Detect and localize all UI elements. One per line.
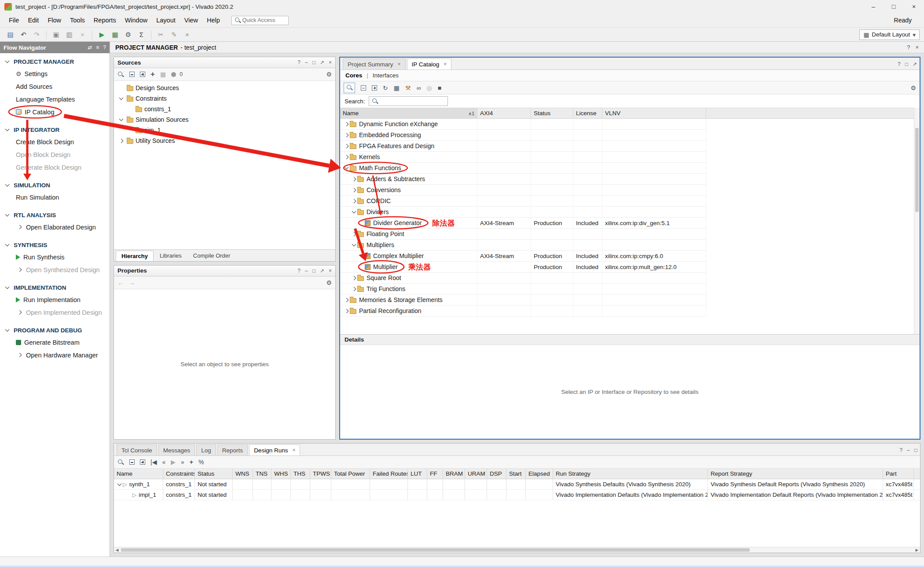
runs-column-constraints[interactable]: Constraints — [163, 469, 195, 479]
hierarchy-view-icon[interactable]: ▦ — [394, 84, 400, 91]
chevron-down-icon[interactable] — [350, 244, 357, 246]
chevron-right-icon[interactable] — [350, 189, 357, 192]
scroll-right-icon[interactable]: ▶ — [914, 547, 920, 553]
minimize-icon[interactable]: – — [305, 59, 308, 66]
scroll-left-icon[interactable]: ◀ — [114, 547, 120, 553]
tab-project-summary[interactable]: Project Summary × — [343, 58, 406, 69]
subtab-cores[interactable]: Cores — [345, 72, 362, 79]
chevron-right-icon[interactable] — [117, 139, 125, 142]
chevron-down-icon[interactable] — [350, 211, 357, 213]
menu-window[interactable]: Window — [121, 15, 152, 25]
ip-category-row[interactable]: Square Root — [340, 273, 706, 284]
runs-column-lut[interactable]: LUT — [408, 469, 427, 479]
swap-icon[interactable]: ⇄ — [88, 44, 92, 51]
chevron-down-icon[interactable] — [343, 167, 350, 169]
nav-item-open-hardware-manager[interactable]: Open Hardware Manager — [0, 349, 110, 361]
expand-all-icon[interactable] — [372, 85, 377, 91]
runs-column-report-strategy[interactable]: Report Strategy — [708, 469, 883, 479]
runs-column-total-power[interactable]: Total Power — [331, 469, 370, 479]
flow-section-header[interactable]: PROJECT MANAGER — [0, 56, 110, 67]
fast-forward-icon[interactable]: » — [181, 459, 184, 466]
chevron-right-icon[interactable] — [350, 277, 357, 280]
column-header-license[interactable]: License — [573, 108, 602, 118]
collapse-all-icon[interactable] — [129, 459, 135, 465]
close-icon[interactable]: × — [292, 447, 295, 453]
runs-column-name[interactable]: Name — [114, 469, 163, 479]
menu-view[interactable]: View — [180, 15, 202, 25]
copy-icon[interactable]: ▣ — [50, 29, 62, 40]
runs-column-tpws[interactable]: TPWS — [310, 469, 331, 479]
nav-item-ip-catalog[interactable]: IP Catalog — [0, 106, 110, 118]
gear-icon[interactable]: ⚙ — [326, 279, 332, 286]
column-header-status[interactable]: Status — [531, 108, 573, 118]
runs-column-uram[interactable]: URAM — [465, 469, 487, 479]
help-icon[interactable]: ? — [899, 447, 902, 453]
menu-layout[interactable]: Layout — [152, 15, 180, 25]
close-icon[interactable]: × — [915, 44, 919, 51]
runs-column-ff[interactable]: FF — [427, 469, 443, 479]
float-icon[interactable]: ↗ — [320, 59, 324, 66]
nav-item-open-implemented-design[interactable]: Open Implemented Design — [0, 306, 110, 319]
ip-row[interactable]: MultiplierProductionIncludedxilinx.com:i… — [340, 262, 706, 273]
window-minimize-button[interactable]: – — [863, 0, 884, 13]
chevron-right-icon[interactable] — [343, 309, 350, 313]
step-back-icon[interactable]: « — [162, 459, 165, 466]
tab-tcl-console[interactable]: Tcl Console — [117, 444, 157, 455]
goto-start-icon[interactable]: |◀ — [150, 459, 157, 466]
help-icon[interactable]: ? — [907, 44, 910, 51]
percent-icon[interactable]: % — [198, 459, 204, 466]
maximize-icon[interactable]: □ — [312, 268, 315, 274]
delete-icon[interactable]: × — [77, 29, 88, 40]
nav-item-open-block-design[interactable]: Open Block Design — [0, 148, 110, 161]
ip-category-row[interactable]: Conversions — [340, 185, 706, 196]
chevron-right-icon[interactable] — [350, 178, 357, 181]
cut-icon[interactable]: ✂ — [155, 29, 167, 40]
flow-section-header[interactable]: SYNTHESIS — [0, 239, 110, 251]
nav-item-open-synthesized-design[interactable]: Open Synthesized Design — [0, 263, 110, 276]
ip-row[interactable]: Divider GeneratorAXI4-StreamProductionIn… — [340, 218, 706, 229]
tab-ip-catalog[interactable]: IP Catalog × — [407, 58, 452, 69]
close-task-icon[interactable]: × — [181, 29, 193, 40]
tree-row[interactable]: Utility Sources — [114, 135, 335, 146]
ip-category-row[interactable]: Dynamic Function eXchange — [340, 119, 706, 130]
ip-category-row[interactable]: Embedded Processing — [340, 130, 706, 141]
runs-column-wns[interactable]: WNS — [233, 469, 253, 479]
chevron-down-icon[interactable] — [116, 484, 123, 485]
tree-row[interactable]: Simulation Sources — [114, 114, 335, 125]
add-sources-icon[interactable]: + — [150, 70, 155, 79]
reports-icon[interactable]: ▦ — [109, 29, 121, 40]
save-icon[interactable]: ▤ — [4, 29, 16, 40]
nav-item-run-simulation[interactable]: Run Simulation — [0, 191, 110, 204]
tab-compile-order[interactable]: Compile Order — [188, 251, 236, 261]
help-icon[interactable]: ? — [297, 268, 301, 274]
search-icon[interactable] — [117, 459, 124, 466]
vertical-scrollbar[interactable] — [914, 108, 920, 334]
refresh-icon[interactable]: ↻ — [383, 84, 388, 91]
scrollbar-thumb[interactable] — [915, 128, 919, 212]
runs-column-ths[interactable]: THS — [291, 469, 310, 479]
menu-flow[interactable]: Flow — [43, 15, 66, 25]
ip-search-box[interactable] — [369, 96, 448, 106]
nav-item-create-block-design[interactable]: Create Block Design — [0, 135, 110, 148]
close-icon[interactable]: × — [444, 61, 447, 67]
tab-libraries[interactable]: Libraries — [154, 251, 187, 261]
undo-icon[interactable]: ↶ — [18, 29, 29, 40]
ip-category-row[interactable]: Dividers — [340, 207, 706, 218]
tree-row[interactable]: constrs_1 — [114, 104, 335, 114]
chevron-right-icon[interactable] — [350, 288, 357, 291]
float-icon[interactable]: ↗ — [913, 61, 917, 67]
expand-all-icon[interactable] — [140, 72, 145, 77]
runs-column-bram[interactable]: BRAM — [443, 469, 465, 479]
runs-column-status[interactable]: Status — [195, 469, 233, 479]
flow-section-header[interactable]: SIMULATION — [0, 179, 110, 191]
ip-category-row[interactable]: Kernels — [340, 152, 706, 163]
flow-section-header[interactable]: IP INTEGRATOR — [0, 124, 110, 135]
ip-row[interactable]: Complex MultiplierAXI4-StreamProductionI… — [340, 251, 706, 262]
design-run-row[interactable]: ▷impl_1constrs_1Not startedVivado Implem… — [114, 490, 920, 500]
runs-column-tns[interactable]: TNS — [253, 469, 271, 479]
tree-row[interactable]: sim_1 — [114, 125, 335, 135]
gear-icon[interactable]: ⚙ — [326, 71, 332, 78]
quick-access-box[interactable] — [231, 16, 289, 25]
run-icon[interactable]: ▶ — [171, 459, 176, 466]
nav-item-generate-block-design[interactable]: Generate Block Design — [0, 161, 110, 174]
